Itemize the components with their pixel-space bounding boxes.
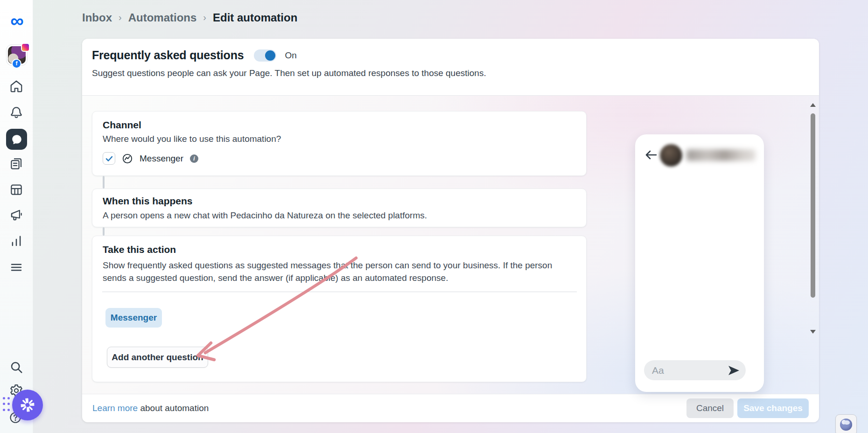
chat-preview-panel: Aa xyxy=(635,134,764,392)
trigger-card: When this happens A person opens a new c… xyxy=(92,189,587,227)
search-icon[interactable] xyxy=(9,360,23,374)
divider xyxy=(102,292,577,292)
content-scrollbar[interactable] xyxy=(809,103,817,334)
globe-language-button[interactable] xyxy=(835,414,857,433)
breadcrumb-current-page: Edit automation xyxy=(213,11,297,24)
insights-chart-icon[interactable] xyxy=(9,234,23,248)
sidebar: ∞ f xyxy=(0,0,33,433)
info-icon[interactable]: i xyxy=(190,154,198,163)
trigger-title: When this happens xyxy=(103,196,576,207)
action-body: Show frequently asked questions as sugge… xyxy=(103,259,576,284)
chevron-right-icon: › xyxy=(203,12,206,23)
scroll-up-arrow-icon[interactable] xyxy=(810,103,816,107)
business-avatar[interactable]: f xyxy=(7,45,27,65)
messenger-icon xyxy=(122,153,133,164)
channel-card: Channel Where would you like to use this… xyxy=(92,111,587,176)
automation-toggle[interactable] xyxy=(254,49,276,62)
save-changes-button[interactable]: Save changes xyxy=(737,398,809,418)
globe-icon xyxy=(840,419,852,431)
learn-more-rest: about automation xyxy=(138,403,209,413)
automation-description: Suggest questions people can ask your Pa… xyxy=(92,68,808,78)
home-icon[interactable] xyxy=(9,79,23,93)
chat-input-placeholder: Aa xyxy=(652,365,727,376)
breadcrumb: Inbox › Automations › Edit automation xyxy=(82,11,297,24)
edit-automation-card: Frequently asked questions On Suggest qu… xyxy=(82,39,819,422)
action-title: Take this action xyxy=(103,244,576,255)
inbox-chat-icon[interactable] xyxy=(6,129,27,150)
all-tools-menu-icon[interactable] xyxy=(9,260,23,274)
chat-preview-header xyxy=(635,134,764,176)
learn-more-link[interactable]: Learn more xyxy=(92,403,138,413)
messenger-option-label: Messenger xyxy=(140,154,183,164)
instagram-badge-icon xyxy=(22,44,29,51)
contact-avatar-blurred xyxy=(660,144,682,167)
channel-title: Channel xyxy=(103,119,576,131)
meta-logo-icon[interactable]: ∞ xyxy=(0,11,33,30)
chevron-right-icon: › xyxy=(119,12,122,23)
channel-question: Where would you like to use this automat… xyxy=(103,133,576,145)
posts-icon[interactable] xyxy=(9,157,23,171)
send-icon[interactable] xyxy=(727,364,740,377)
ads-megaphone-icon[interactable] xyxy=(9,208,23,222)
starburst-icon xyxy=(20,397,35,413)
flow-connector-line xyxy=(103,227,105,236)
meta-business-suite-page: ∞ f xyxy=(0,0,868,433)
drag-handle-dots-icon[interactable] xyxy=(3,397,10,413)
chat-input-field[interactable]: Aa xyxy=(644,360,746,380)
scrollbar-thumb[interactable] xyxy=(811,113,815,298)
messenger-checkbox[interactable] xyxy=(103,152,115,165)
checkmark-icon xyxy=(105,154,113,163)
tab-messenger[interactable]: Messenger xyxy=(105,308,162,328)
scroll-down-arrow-icon[interactable] xyxy=(810,330,816,334)
back-arrow-icon[interactable] xyxy=(644,149,658,163)
automation-title: Frequently asked questions xyxy=(92,49,244,62)
assistant-fab-button[interactable] xyxy=(12,390,43,420)
action-card: Take this action Show frequently asked q… xyxy=(92,236,587,382)
contact-name-blurred xyxy=(686,149,756,161)
breadcrumb-inbox[interactable]: Inbox xyxy=(82,11,112,24)
learn-more-text: Learn more about automation xyxy=(92,403,209,413)
add-another-question-button[interactable]: Add another question xyxy=(107,347,208,368)
facebook-badge-icon: f xyxy=(13,60,21,68)
planner-icon[interactable] xyxy=(9,182,23,196)
trigger-body: A person opens a new chat with Pedacinho… xyxy=(103,209,576,222)
automation-editor-body: Channel Where would you like to use this… xyxy=(82,95,819,394)
automation-header: Frequently asked questions On Suggest qu… xyxy=(82,39,819,95)
card-footer: Learn more about automation Cancel Save … xyxy=(82,394,819,422)
flow-connector-line xyxy=(103,176,105,189)
breadcrumb-automations[interactable]: Automations xyxy=(128,11,197,24)
cancel-button[interactable]: Cancel xyxy=(686,398,734,418)
notifications-icon[interactable] xyxy=(9,105,23,119)
toggle-state-label: On xyxy=(285,50,296,61)
toggle-knob xyxy=(265,50,275,61)
